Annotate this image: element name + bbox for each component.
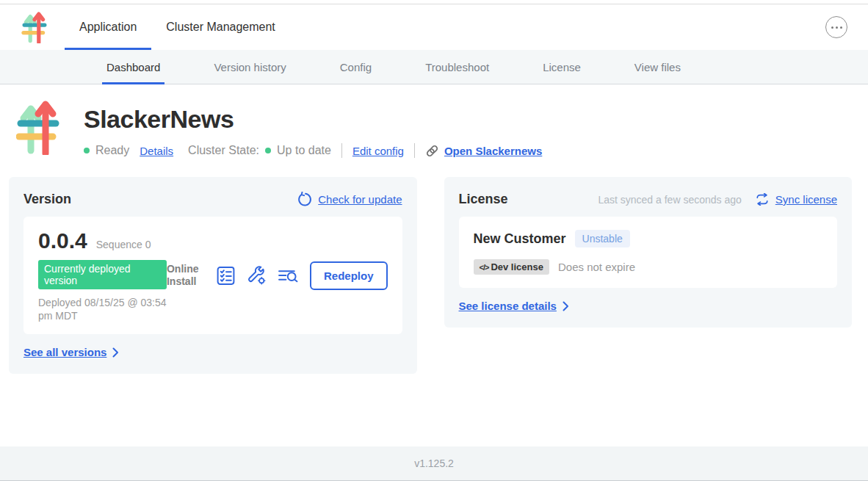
- tab-cluster-management[interactable]: Cluster Management: [151, 4, 290, 50]
- app-hero: SlackerNews Ready Details Cluster State:…: [0, 84, 868, 158]
- header-actions: [825, 4, 868, 50]
- subnav-troubleshoot[interactable]: Troubleshoot: [421, 50, 493, 84]
- deployed-timestamp: Deployed 08/15/25 @ 03:54 pm MDT: [38, 296, 167, 322]
- console-version: v1.125.2: [414, 458, 454, 469]
- dashboard-cards: Version Check for update: [0, 177, 868, 374]
- app-logo-icon: [21, 11, 48, 43]
- ready-status-dot: [84, 148, 90, 153]
- cluster-state-value: Up to date: [277, 144, 331, 157]
- version-card-header: Version Check for update: [23, 192, 402, 207]
- license-details-panel: New Customer Unstable </> Dev license Do…: [459, 217, 838, 288]
- app-status-row: Ready Details Cluster State: Up to date …: [84, 143, 542, 158]
- details-link[interactable]: Details: [140, 145, 173, 157]
- version-card: Version Check for update: [9, 177, 417, 374]
- check-for-update-link[interactable]: Check for update: [318, 193, 402, 206]
- code-icon: </>: [480, 263, 489, 272]
- see-license-details-link[interactable]: See license details: [459, 300, 569, 312]
- configure-icon[interactable]: [247, 266, 267, 286]
- hero-text: SlackerNews Ready Details Cluster State:…: [84, 99, 542, 158]
- refresh-icon: [297, 192, 312, 207]
- more-menu-button[interactable]: [825, 16, 847, 38]
- channel-badge: Unstable: [575, 230, 630, 247]
- preflight-checks-icon[interactable]: [216, 266, 236, 286]
- version-actions: Online Install: [167, 261, 388, 290]
- customer-name: New Customer: [474, 231, 566, 247]
- version-card-title: Version: [23, 192, 71, 207]
- redeploy-button[interactable]: Redeploy: [310, 261, 388, 290]
- cluster-state-label: Cluster State:: [188, 144, 259, 157]
- license-type-badge: </> Dev license: [474, 259, 549, 275]
- current-version-panel: 0.0.4 Sequence 0 Currently deployed vers…: [23, 217, 402, 334]
- tab-application[interactable]: Application: [65, 4, 151, 50]
- subnav-config[interactable]: Config: [336, 50, 376, 84]
- subnav-version-history[interactable]: Version history: [209, 50, 290, 84]
- dashboard-main: SlackerNews Ready Details Cluster State:…: [0, 84, 868, 446]
- subnav-dashboard[interactable]: Dashboard: [102, 50, 164, 84]
- sync-icon: [755, 193, 770, 206]
- view-logs-icon[interactable]: [278, 267, 299, 285]
- divider: [341, 143, 342, 158]
- license-card: License Last synced a few seconds ago Sy…: [444, 177, 853, 328]
- open-app-link[interactable]: Open Slackernews: [444, 145, 542, 157]
- console-footer: v1.125.2: [0, 446, 868, 481]
- chevron-right-icon: [112, 347, 119, 358]
- tab-cluster-management-label: Cluster Management: [166, 21, 275, 34]
- app-header: Application Cluster Management: [0, 4, 868, 50]
- deployed-version-badge: Currently deployed version: [38, 260, 167, 289]
- sync-license-link[interactable]: Sync license: [775, 193, 837, 206]
- link-icon: [425, 144, 439, 158]
- app-logo-large-icon: [16, 99, 60, 158]
- chevron-right-icon: [563, 301, 569, 311]
- sequence-label: Sequence 0: [96, 239, 151, 250]
- ellipsis-icon: [831, 26, 833, 29]
- last-synced-label: Last synced a few seconds ago: [598, 194, 741, 206]
- install-type-label: Online Install: [167, 263, 205, 289]
- version-info-column: 0.0.4 Sequence 0 Currently deployed vers…: [38, 228, 167, 322]
- subnav-license[interactable]: License: [538, 50, 585, 84]
- app-subnav: Dashboard Version history Config Trouble…: [0, 50, 868, 84]
- page-title: SlackerNews: [84, 105, 542, 134]
- brand-logo-box: [0, 4, 65, 50]
- version-number: 0.0.4: [38, 228, 87, 253]
- divider: [414, 143, 415, 158]
- see-all-versions-link[interactable]: See all versions: [23, 346, 119, 358]
- tab-application-label: Application: [79, 21, 137, 34]
- expiry-label: Does not expire: [558, 261, 635, 273]
- ready-status-label: Ready: [95, 144, 129, 157]
- edit-config-link[interactable]: Edit config: [352, 145, 404, 157]
- cluster-status-dot: [265, 148, 271, 153]
- license-card-title: License: [459, 192, 508, 207]
- admin-console-screen: Application Cluster Management Dashboard…: [0, 0, 868, 481]
- subnav-view-files[interactable]: View files: [630, 50, 685, 84]
- license-card-header: License Last synced a few seconds ago Sy…: [459, 192, 838, 207]
